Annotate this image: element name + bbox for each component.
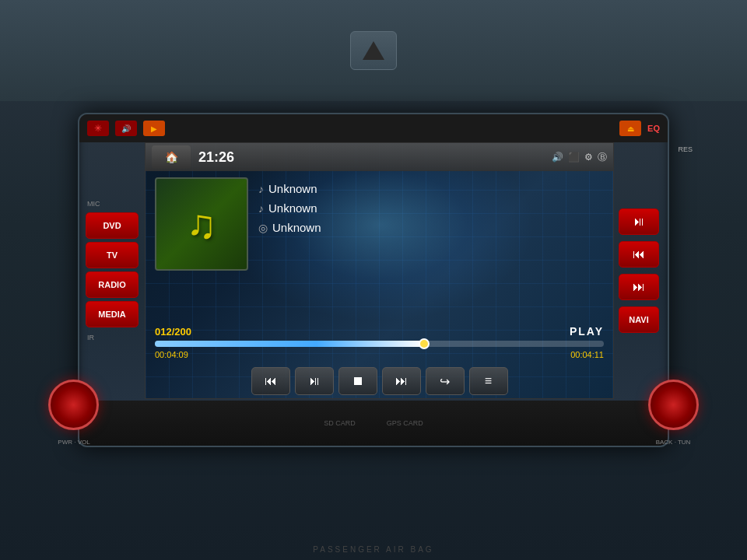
light-button[interactable]: ✳	[87, 121, 109, 136]
radio-button[interactable]: RADIO	[86, 271, 139, 298]
rewind-button[interactable]: ⏮	[251, 367, 290, 395]
power-vol-label: PWR · VOL	[39, 439, 109, 446]
sd-card-label: SD CARD	[324, 419, 356, 427]
eq-label: EQ	[647, 124, 660, 133]
rewind-icon: ⏮	[265, 374, 277, 388]
screen-header-right: 🔊 ⬛ ⚙ Ⓑ	[552, 151, 607, 164]
next-icon: ⏭	[633, 280, 645, 294]
play-status: PLAY	[570, 325, 604, 338]
progress-fill	[155, 341, 424, 347]
eject-button[interactable]: ⏏	[619, 121, 641, 136]
transport-controls: ⏮ ⏯ ⏹ ⏭ ↪ ≡	[155, 367, 604, 395]
album-art: ♫	[155, 177, 248, 271]
dvd-button[interactable]: DVD	[86, 212, 139, 239]
track-album: Unknown	[272, 221, 321, 234]
progress-thumb	[419, 338, 430, 349]
play-pause-icon: ⏯	[308, 374, 321, 388]
back-tuner-knob[interactable]	[648, 380, 699, 430]
unit-bottom: SD CARD GPS CARD	[79, 401, 668, 446]
disc-icon: ◎	[258, 222, 268, 234]
settings-icon: ⚙	[584, 152, 593, 163]
playlist-button[interactable]: ≡	[469, 367, 508, 395]
tv-button[interactable]: TV	[86, 242, 139, 268]
unit-frame: ✳ 🔊 ▶ ⏏ EQ MIC DVD TV RADIO	[78, 113, 669, 447]
speaker-icon: 🔊	[121, 124, 131, 133]
home-icon: 🏠	[165, 151, 178, 163]
hazard-button[interactable]	[350, 31, 397, 70]
bottom-area: PASSENGER AIR BAG	[0, 490, 747, 560]
mic-label: MIC	[86, 200, 140, 208]
side-buttons-right: ⏯ ⏮ ⏭ NAVI	[619, 208, 661, 333]
power-volume-knob[interactable]	[48, 380, 99, 430]
prev-icon: ⏮	[633, 247, 645, 261]
top-strip: ✳ 🔊 ▶ ⏏ EQ	[79, 114, 668, 142]
usb-icon: ⬛	[568, 152, 580, 163]
fast-forward-icon: ⏭	[395, 374, 408, 388]
playlist-icon: ≡	[485, 374, 492, 388]
prev-button[interactable]: ⏮	[619, 241, 659, 268]
track-title: Unknown	[268, 182, 317, 195]
main-content: MIC DVD TV RADIO MEDIA IR 🏠 21:26	[79, 142, 668, 399]
ir-label: IR	[86, 334, 140, 341]
navi-label: NAVI	[629, 315, 648, 324]
screen: 🏠 21:26 🔊 ⬛ ⚙ Ⓑ ♫	[145, 142, 614, 399]
side-buttons-left: MIC DVD TV RADIO MEDIA IR	[86, 200, 140, 341]
airbag-label: PASSENGER AIR BAG	[313, 545, 433, 554]
track-line-3: ◎ Unknown	[258, 221, 605, 234]
repeat-icon: ↪	[440, 374, 450, 389]
time-elapsed: 00:04:09	[155, 350, 188, 359]
stop-button[interactable]: ⏹	[338, 367, 377, 395]
speaker-button[interactable]: 🔊	[115, 121, 137, 136]
track-number: 012/200	[155, 326, 191, 338]
strip-right: ⏏ EQ	[619, 121, 660, 136]
car-surround: ✳ 🔊 ▶ ⏏ EQ MIC DVD TV RADIO	[0, 0, 747, 560]
progress-area: 012/200 PLAY 00:04:09 00:04:11	[155, 325, 604, 359]
time-labels: 00:04:09 00:04:11	[155, 350, 604, 359]
progress-bar[interactable]	[155, 341, 604, 347]
navi-button[interactable]: NAVI	[619, 306, 659, 333]
stop-icon: ⏹	[352, 374, 364, 388]
track-info: ♪ Unknown ♪ Unknown ◎ Unknown	[258, 182, 605, 240]
fast-forward-button[interactable]: ⏭	[382, 367, 421, 395]
next-button[interactable]: ⏭	[619, 274, 659, 300]
triangle-icon: ▶	[151, 124, 157, 133]
volume-icon: 🔊	[552, 152, 563, 163]
res-label: RES	[678, 145, 693, 153]
time-total: 00:04:11	[570, 350, 604, 359]
screen-header: 🏠 21:26 🔊 ⬛ ⚙ Ⓑ	[146, 143, 613, 171]
music-note-icon: ♫	[187, 201, 217, 247]
eject-icon: ⏏	[627, 124, 634, 133]
note-icon-1: ♪	[258, 183, 264, 195]
bluetooth-icon: Ⓑ	[598, 151, 607, 164]
light-icon: ✳	[94, 123, 102, 134]
media-button[interactable]: MEDIA	[86, 301, 139, 327]
home-button[interactable]: 🏠	[152, 145, 191, 169]
play-pause-right-icon: ⏯	[633, 215, 645, 229]
gps-card-label: GPS CARD	[387, 419, 423, 427]
triangle-button[interactable]: ▶	[143, 121, 165, 136]
track-line-1: ♪ Unknown	[258, 182, 605, 195]
progress-labels: 012/200 PLAY	[155, 325, 604, 338]
repeat-button[interactable]: ↪	[426, 367, 465, 395]
top-dash	[0, 0, 747, 101]
hazard-triangle-icon	[363, 41, 384, 60]
track-line-2: ♪ Unknown	[258, 201, 605, 215]
person-icon: ♪	[258, 202, 264, 215]
screen-time: 21:26	[198, 149, 234, 166]
play-pause-right-button[interactable]: ⏯	[619, 208, 659, 235]
back-tun-label: BACK · TUN	[638, 439, 708, 446]
play-pause-button[interactable]: ⏯	[295, 367, 334, 395]
track-artist: Unknown	[268, 201, 317, 215]
